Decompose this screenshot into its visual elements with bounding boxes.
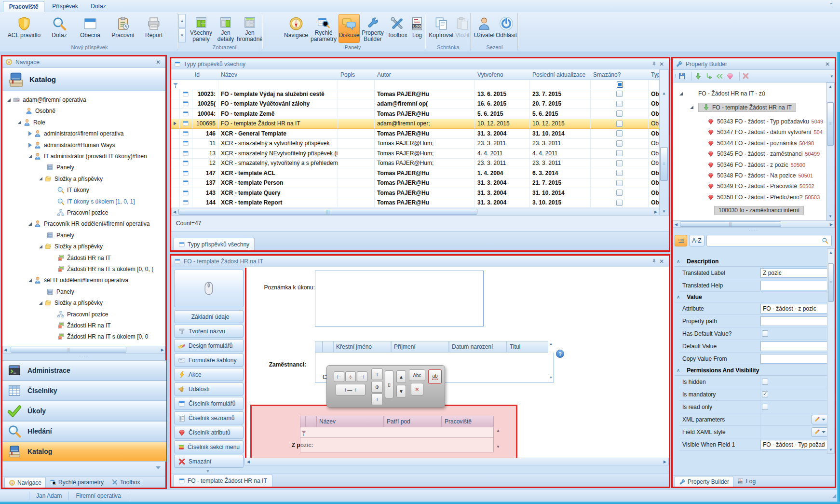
cell-aktualizace[interactable]: 4. 4. 2011 (530, 149, 591, 159)
positions-filter-row[interactable] (300, 427, 494, 438)
column-header-autor[interactable]: Autor (375, 69, 475, 80)
ribbon-button-rychl-parametry[interactable]: Rychlé parametry (310, 14, 338, 43)
cell-nazev[interactable]: FO - template Země (218, 109, 338, 119)
smazano-checkbox[interactable] (616, 160, 623, 166)
grid-vertical-scrollbar[interactable]: ▲▼ ≡ (659, 69, 669, 216)
cell-vytvoreno[interactable]: 31. 3. 2004 (475, 178, 530, 189)
smazano-checkbox[interactable] (616, 130, 623, 136)
cell-nazev[interactable]: XCR - template Report (218, 198, 338, 208)
pg-input[interactable] (760, 316, 828, 326)
cell-autor[interactable]: Tomas PAJER@Hu (375, 168, 475, 178)
pb-search-input[interactable] (706, 235, 832, 246)
cell-nazev[interactable]: XCR - template ACL (218, 168, 338, 178)
pencil-edit-button[interactable] (812, 415, 828, 424)
tree-item-složky-a-příspěvky[interactable]: Složky a příspěvky (39, 174, 103, 184)
tree-item-panely[interactable]: Panely (39, 163, 74, 172)
cell-popis[interactable] (338, 129, 375, 139)
cell-vytvoreno[interactable]: 31. 3. 2004 (475, 188, 530, 198)
column-header-typ[interactable]: Typ (649, 69, 659, 80)
tree-item-žádosti-hr-na-it-s-úkolem-0-0-[interactable]: Žádosti HR na IT s úkolem [0, 0, ( (50, 264, 153, 274)
cell-id[interactable]: 144 (192, 198, 218, 208)
accordion-overflow-icon[interactable] (156, 466, 161, 469)
positions-table-body[interactable] (300, 438, 494, 452)
cell-smazano[interactable] (591, 198, 649, 208)
form-nav-formuláře-šablony[interactable]: Formuláře šablony (174, 354, 244, 367)
ribbon-button-diskuse[interactable]: Diskuse (339, 14, 360, 43)
employees-col-titul[interactable]: Titul (507, 341, 548, 353)
smazano-checkbox[interactable] (616, 121, 623, 127)
ribbon-button-navigace[interactable]: Navigace (284, 14, 309, 43)
positions-col-patří-pod[interactable]: Patří pod (384, 416, 442, 427)
cell-smazano[interactable] (591, 159, 649, 169)
positions-col-pracoviště[interactable]: Pracoviště (442, 416, 494, 427)
smazano-checkbox[interactable] (616, 190, 623, 196)
sidebar-item-katalog[interactable]: Katalog (2, 441, 166, 462)
cell-id[interactable]: 100695 (192, 119, 218, 129)
cell-aktualizace[interactable]: 10. 12. 2015 (530, 119, 591, 129)
form-nav-číselník-sekcí-menu[interactable]: Číselník sekcí menu (174, 440, 244, 453)
cell-typ[interactable]: Ob (649, 129, 659, 139)
cell-autor[interactable]: Tomas PAJER@Hu (375, 198, 475, 208)
pb-tree-vscrollbar[interactable]: ▲▼ ≡ (826, 82, 835, 220)
cell-smazano[interactable] (591, 188, 649, 198)
cell-id[interactable]: 137 (192, 178, 218, 189)
ribbon-tab-3[interactable]: Dotaz (85, 1, 112, 12)
column-header-název[interactable]: Název (218, 69, 338, 80)
sidebar-item-hledání[interactable]: Hledání (2, 421, 166, 441)
cell-id[interactable]: 147 (192, 168, 218, 178)
ribbon-button-acl-pravidlo[interactable]: ACL pravidlo (5, 14, 43, 43)
cell-popis[interactable] (338, 168, 375, 178)
close-icon[interactable]: ✕ (154, 59, 163, 66)
pb-attribute-7[interactable]: 50349 FO - žádost - Pracoviště50502 (707, 183, 814, 190)
cell-popis[interactable] (338, 178, 375, 189)
cell-autor[interactable]: adam@firemní oper; (375, 119, 475, 129)
cell-nazev[interactable]: XCR - smazatelný a vytvořitelný příspěve… (218, 139, 338, 149)
form-nav-design-formulářů[interactable]: Design formulářů (174, 339, 244, 352)
tree-item-pracovní-pozice[interactable]: Pracovní pozice (50, 208, 108, 218)
align-left-icon[interactable]: ⊢ (334, 371, 344, 382)
tree-item-panely[interactable]: Panely (39, 287, 74, 297)
cell-typ[interactable]: Ob (649, 198, 659, 208)
pg-value-visible-when-field-1[interactable]: FO - žádost - Typ požad (760, 438, 831, 451)
pb-tree-footer[interactable]: 100030 fo - zaměstnanci interní (714, 206, 804, 215)
cell-smazano[interactable] (591, 109, 649, 119)
ribbon-button-jen-hromadn-[interactable]: Jen hromadně (238, 14, 261, 43)
cell-vytvoreno[interactable]: 16. 6. 2015 (475, 99, 530, 109)
cell-smazano[interactable] (591, 99, 649, 109)
tree-item-šéf-it-oddělení-firemní-operativa[interactable]: šéf IT oddělení#firemní operativa (28, 275, 128, 285)
pb-attribute-8[interactable]: 50350 FO - žádost - Předloženo?50503 (707, 194, 820, 201)
tree-item-it-administrátor-provádí-it-úkony-firen[interactable]: IT administrátor (provádí IT úkony)#fire… (28, 151, 147, 161)
cell-vytvoreno[interactable]: 23. 3. 2011 (475, 139, 530, 149)
cell-autor[interactable]: Tomas PAJER@Hum; (375, 139, 475, 149)
cell-vytvoreno[interactable]: 23. 3. 2011 (475, 159, 530, 169)
cell-smazano[interactable] (591, 119, 649, 129)
pg-value-is-mandatory[interactable] (760, 388, 831, 401)
pg-checkbox[interactable] (762, 379, 768, 385)
ribbon-collapse-icon[interactable]: ⌃ (827, 2, 835, 9)
alphabetical-view-button[interactable]: A-Z (689, 235, 705, 246)
form-nav-číselník-seznamů[interactable]: Číselník seznamů (174, 411, 244, 424)
cell-vytvoreno[interactable]: 31. 3. 2004 (475, 198, 530, 208)
cell-popis[interactable] (338, 89, 375, 99)
tree-item-it-úkony[interactable]: IT úkony (50, 185, 89, 195)
close-icon[interactable]: ✕ (657, 258, 666, 265)
tab-fo-template[interactable]: FO - template Žádost HR na IT (173, 474, 272, 487)
sidebar-item-úkoly[interactable]: Úkoly (2, 401, 166, 421)
stretch-horizontal-icon[interactable]: ⊦—⊣ (336, 384, 366, 395)
bottom-tab-navigace[interactable]: Navigace (4, 477, 46, 488)
close-icon[interactable]: ✕ (657, 61, 666, 68)
align-right-icon[interactable]: ⊣ (357, 371, 367, 382)
pin-icon[interactable] (651, 258, 657, 264)
cell-nazev[interactable]: FO - template Vyúčtování zálohy (218, 99, 338, 109)
sidebar-item-číselníky[interactable]: Číselníky (2, 381, 166, 401)
ribbon-button-obecn-[interactable]: Obecná (74, 14, 106, 43)
cell-typ[interactable]: Ob (649, 89, 659, 99)
ribbon-button-dotaz[interactable]: Dotaz (45, 14, 73, 43)
canvas-horizontal-scrollbar[interactable]: ◀▶ (244, 458, 669, 465)
cell-vytvoreno[interactable]: 13. 6. 2015 (475, 89, 530, 99)
group-scroll-up-icon[interactable]: ▲ (178, 14, 186, 28)
pb-tab-log[interactable]: Log (733, 476, 759, 487)
cell-aktualizace[interactable]: 23. 7. 2015 (530, 89, 591, 99)
ribbon-group-scroll[interactable]: ▲ ▼ (178, 14, 186, 43)
cell-id[interactable]: 146 (192, 129, 218, 139)
